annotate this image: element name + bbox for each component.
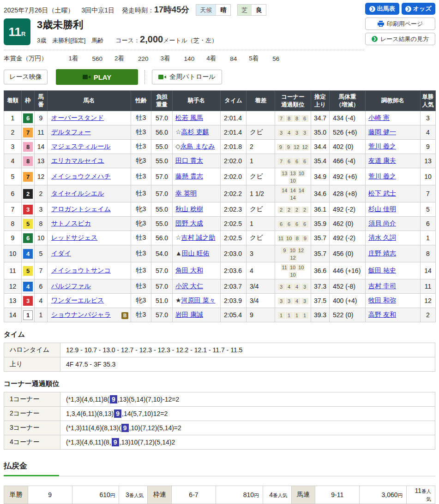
popularity: 7 [421,185,436,202]
odds-button[interactable]: ❯ オッズ [402,3,436,15]
jockey-link[interactable]: 永島 まなみ [180,142,215,150]
corner-pos: 6 [301,115,308,122]
trainer-link[interactable]: 荒川 義之 [368,142,396,150]
finish-time: 2:03.0 [221,245,247,262]
horse-link[interactable]: メイショウトサンコ [51,267,111,274]
margin: 3 [247,245,275,262]
col-header-rank: 着順 [4,91,22,111]
horse-link[interactable]: アロガントシェイム [51,205,111,213]
corner-pos: 12 [297,247,305,254]
corner-pos: 8 [294,235,301,242]
jockey-link[interactable]: 団野 大成 [175,219,203,227]
corner-pos: 1 [286,312,293,319]
print-page-button[interactable]: 印刷用ページ [365,18,435,30]
table-row: 4コーナー (*1,3)(4,6,11)(8,9,13)10(7,12)(5,1… [4,435,435,450]
trainer-link[interactable]: 吉村 圭司 [368,282,396,290]
trainer-link[interactable]: 杉山 佳明 [368,205,396,213]
course-distance: 2,000 [140,34,163,44]
shutsuba-label: 出馬表 [377,5,395,13]
popularity: 9 [421,140,436,154]
corner-order-text: (*1,3)(4,6,11)(8, [66,439,111,446]
horse-link[interactable]: イダイ [51,249,71,257]
halon-time-value: 12.9 - 10.7 - 13.0 - 12.7 - 12.3 - 12.3 … [60,343,435,357]
payout-wakuren-label: 枠連 [148,486,172,504]
corner-pos: 4 [294,298,301,304]
jockey-link[interactable]: 高杉 吏麒 [181,128,209,136]
page: 2025年7月26日（土曜）3回中京1日発走時刻：17時45分 天候 晴 芝 良… [0,0,439,504]
jockey-link[interactable]: 小沢 大仁 [175,282,203,290]
popularity: 13 [421,154,436,168]
jockey-link[interactable]: 田口 貫太 [175,157,203,164]
ninki-unit: 番人気 [129,492,144,498]
horse-link[interactable]: タイセイルシエル [51,190,104,197]
jockey-link[interactable]: 岩田 康誠 [175,311,203,318]
waku-badge: 5 [23,266,33,276]
jockey-mark: ☆ [175,234,181,241]
jockey-link[interactable]: 吉村 誠之助 [181,234,216,241]
jockey-link[interactable]: 幸 英明 [175,190,197,197]
trainer-link[interactable]: 須貝 尚介 [368,219,396,227]
halon-time-label: ハロンタイム [4,343,60,357]
jockey-link[interactable]: 田山 旺佑 [182,249,210,257]
jockey-link[interactable]: 藤懸 貴志 [175,172,203,180]
finish-time: 2:03.9 [221,294,247,308]
patrol-video-button[interactable]: 全周パトロール [152,70,222,84]
course-suffix: メートル（芝・左） [163,37,217,44]
race-title: 3歳未勝利 [37,19,217,30]
jockey-link[interactable]: 松若 風馬 [175,114,203,121]
horse-link[interactable]: パルジファル [51,282,91,290]
corner-pos: 6 [301,221,308,227]
results-guide-button[interactable]: ❯ レース結果の見方 [365,33,435,45]
body-weight: 462 (0) [330,217,366,231]
horse-link[interactable]: マジェスティルール [51,142,111,150]
trainer-link[interactable]: 荒川 義之 [368,172,396,180]
trainer-link[interactable]: 庄野 靖志 [368,249,396,257]
agari: 35.0 [311,125,330,140]
jockey-link[interactable]: 秋山 稔樹 [175,205,203,213]
horse-link[interactable]: ショウナンバジャラ [51,311,111,318]
prize-amount: 84 [230,55,237,62]
horse-link[interactable]: オーバースタンド [51,114,104,121]
play-button[interactable]: PLAY [56,69,138,85]
horse-link[interactable]: エリカマルセイユ [51,157,104,164]
agari: 35.9 [311,217,330,231]
rank: 7 [4,202,22,217]
trainer-link[interactable]: 飯田 祐史 [368,267,396,274]
highlighted-horse: 9 [110,395,117,403]
trainer-link[interactable]: 松下 武士 [368,190,396,197]
ninki-unit: 番人気 [421,488,431,502]
jockey-link[interactable]: 河原田 菜々 [181,296,216,304]
trainer-link[interactable]: 牧田 和弥 [368,296,396,304]
waku-badge: 8 [23,142,33,152]
trainer-link[interactable]: 藤岡 健一 [368,128,396,136]
table-row: 2 7 11 デルタフォー 牡3 56.0 ☆高杉 吏麒 2:01.4 クビ 3… [4,125,436,140]
race-video-button[interactable]: レース映像 [4,70,48,84]
corner-order-text: (*1,3)(4,6,11)8( [66,396,109,403]
horse-link[interactable]: ワンダーエルピス [51,296,104,304]
carried-weight: 55.0 [151,202,173,217]
corner-2-label: 2コーナー [4,407,60,421]
highlighted-horse: 9 [121,424,129,432]
carried-weight: 54.0 [151,245,173,262]
horse-link[interactable]: デルタフォー [51,128,91,136]
corner-pos: 8 [286,115,293,122]
horse-link[interactable]: メイショウクメハチ [51,172,111,180]
body-weight: 446 (+16) [330,262,366,279]
corner-pos: 12 [293,144,300,150]
jockey-link[interactable]: 角田 大和 [175,267,203,274]
trainer-link[interactable]: 小崎 憲 [368,114,390,121]
shutsuba-button[interactable]: ❯ 出馬表 [365,3,399,15]
yen-unit: 円 [398,492,403,498]
horse-link[interactable]: レッドサジェス [51,234,97,241]
body-weight: 400 (+4) [330,294,366,308]
pop-value: 3 [126,491,129,498]
col-header-popularity: 単勝 人気 [421,91,436,111]
results-table: 着順 枠 馬 番 馬名 性齢 負担 重量 騎手名 タイム 着差 コーナー 通過順… [4,90,436,322]
finish-time: 2:03.6 [221,262,247,279]
trainer-link[interactable]: 清水 久詞 [368,234,396,241]
trainer-link[interactable]: 友道 康夫 [368,157,396,164]
trainer-link[interactable]: 高野 友和 [368,311,396,318]
corner-order-text: ,13)10(7,12)(5,14)2 [120,439,175,446]
race-conditions: 3歳 未勝利[指定] 馬齢コース：2,000メートル（芝・左） [37,34,217,45]
horse-link[interactable]: サトノスピカ [51,219,91,227]
